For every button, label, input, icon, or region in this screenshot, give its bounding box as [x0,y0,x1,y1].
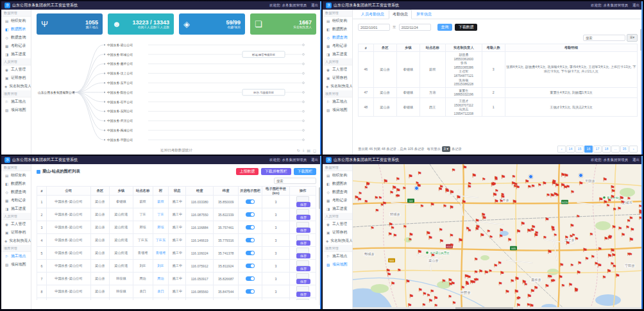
flag-marker[interactable]: ⚑ [452,168,456,172]
flag-marker[interactable]: ⚑ [468,182,471,187]
column-header[interactable]: 考勤人数 [482,44,505,52]
flag-marker[interactable]: ⚑ [570,190,574,194]
column-header[interactable]: 状态 [169,187,186,196]
flag-marker[interactable]: ⚑ [489,235,493,240]
flag-marker[interactable]: ⚑ [591,255,595,259]
flag-marker[interactable]: ⚑ [391,282,395,287]
flag-marker[interactable]: ⚑ [417,249,422,255]
flag-marker[interactable]: ⚑ [458,238,463,244]
flag-marker[interactable]: ⚑ [547,274,552,280]
fence-toggle[interactable] [246,251,255,255]
flag-marker[interactable]: ⚑ [364,199,368,204]
flag-marker[interactable]: ⚑ [474,270,479,274]
flag-marker[interactable]: ⚑ [448,295,452,299]
flag-marker[interactable]: ⚑ [585,257,589,262]
columns-dropdown-button[interactable]: ☰▾ [627,34,638,42]
flag-marker[interactable]: ⚑ [479,269,483,274]
flag-marker[interactable]: ⚑ [579,181,584,186]
flag-marker[interactable]: ⚑ [577,271,581,276]
flag-marker[interactable]: ⚑ [466,227,470,231]
flag-marker[interactable]: ⚑ [415,181,419,186]
radius-input[interactable] [296,248,309,253]
logout-link[interactable]: 退出 [311,3,318,8]
sidebar-item-site-location[interactable]: ⚐施工地点 [323,252,352,260]
fence-toggle[interactable] [246,212,255,217]
sidebar-item-progress[interactable]: ◨施工进度 [1,50,31,58]
logout-link[interactable]: 退出 [632,158,640,162]
sidebar-item-progress[interactable]: ◨施工进度 [323,205,352,213]
column-header[interactable]: 纬度 [214,187,239,196]
stat-card[interactable]: ☻13223 / 13343在岗工人总数/工人总数 [108,13,174,35]
sidebar-item-data-search[interactable]: ◇数据查询 [1,33,31,42]
query-button[interactable]: 查询 [437,24,453,31]
radius-input[interactable] [296,260,309,266]
flag-marker[interactable]: ⚑ [471,173,477,179]
flag-marker[interactable]: ⚑ [546,193,550,198]
sidebar-item-data-search[interactable]: ◇数据查询 [323,33,352,42]
flag-marker[interactable]: ⚑ [408,238,412,242]
radius-input[interactable] [296,222,309,228]
column-header[interactable]: # [37,187,47,196]
flag-marker[interactable]: ⚑ [594,262,598,267]
download-icon[interactable]: ⤓ [303,148,305,153]
flag-marker[interactable]: ⚑ [534,231,539,236]
flag-marker[interactable]: ⚑ [487,230,491,234]
column-header[interactable]: 经度 [186,187,214,196]
sidebar-item-manager[interactable]: ◈实名制负责人 [1,82,31,90]
column-header[interactable]: 开启电子围栏 [239,187,262,196]
village-link[interactable]: 丁庄东 [156,238,166,242]
tab-2[interactable]: 考勤信息 [389,10,412,19]
flag-marker[interactable]: ⚑ [482,215,487,221]
sidebar-item-attendance-log[interactable]: ▦考勤记录 [323,42,352,50]
sidebar-item-project-map[interactable]: ▧项目地图 [1,260,31,269]
flag-marker[interactable]: ⚑ [566,185,570,190]
flag-marker[interactable]: ⚑ [564,173,569,179]
flag-marker[interactable]: ⚑ [534,286,538,291]
flag-marker[interactable]: ⚑ [610,185,614,190]
flag-marker[interactable]: ⚑ [611,253,616,258]
flag-marker[interactable]: ⚑ [495,178,498,182]
flag-marker[interactable]: ⚑ [608,235,613,240]
flag-marker[interactable]: ⚑ [489,269,493,274]
flag-marker[interactable]: ⚑ [501,174,506,180]
restore-icon[interactable]: ↻ [297,148,300,153]
flag-marker[interactable]: ⚑ [493,264,498,269]
flag-marker[interactable]: ⚑ [422,292,427,297]
sidebar-item-org-tree[interactable]: ▤组织架构 [1,171,31,180]
flag-marker[interactable]: ⚑ [449,190,454,196]
flag-marker[interactable]: ⚑ [409,294,414,299]
data-view-icon[interactable]: ▤ [307,148,310,153]
flag-marker[interactable]: ⚑ [527,294,532,299]
flag-marker[interactable]: ⚑ [420,205,424,209]
flag-marker[interactable]: ⚑ [471,280,476,285]
flag-marker[interactable]: ⚑ [564,235,569,240]
radius-input[interactable] [296,299,309,300]
flag-marker[interactable]: ⚑ [494,199,499,204]
flag-marker[interactable]: ⚑ [516,229,521,234]
flag-marker[interactable]: ⚑ [402,187,406,191]
flag-marker[interactable]: ⚑ [602,177,607,182]
flag-marker[interactable]: ⚑ [396,194,400,198]
horizontal-scrollbar[interactable] [353,307,643,309]
flag-marker[interactable]: ⚑ [570,264,574,268]
logout-link[interactable]: 退出 [311,158,318,162]
sidebar-item-worker[interactable]: ◉工人管理 [323,65,352,74]
column-header[interactable]: 公司 [46,187,90,196]
radius-input[interactable] [296,196,309,202]
fence-toggle[interactable] [246,238,255,242]
flag-marker[interactable]: ⚑ [495,189,498,194]
flag-marker[interactable]: ⚑ [610,195,614,200]
fence-toggle[interactable] [246,199,255,204]
flag-marker[interactable]: ⚑ [521,280,527,285]
flag-marker[interactable]: ⚑ [543,235,547,240]
flag-marker[interactable]: ⚑ [625,226,629,230]
flag-marker[interactable]: ⚑ [568,283,573,288]
fence-toggle[interactable] [246,289,255,294]
flag-marker[interactable]: ⚑ [558,275,563,280]
sidebar-item-data-search[interactable]: ◇数据查询 [323,188,352,196]
flag-marker[interactable]: ⚑ [512,175,516,180]
stat-card[interactable]: ❏1667实名制负责人 [250,13,316,35]
flag-marker[interactable]: ⚑ [467,275,471,280]
flag-marker[interactable]: ⚑ [449,233,453,239]
radius-input[interactable] [296,286,309,292]
